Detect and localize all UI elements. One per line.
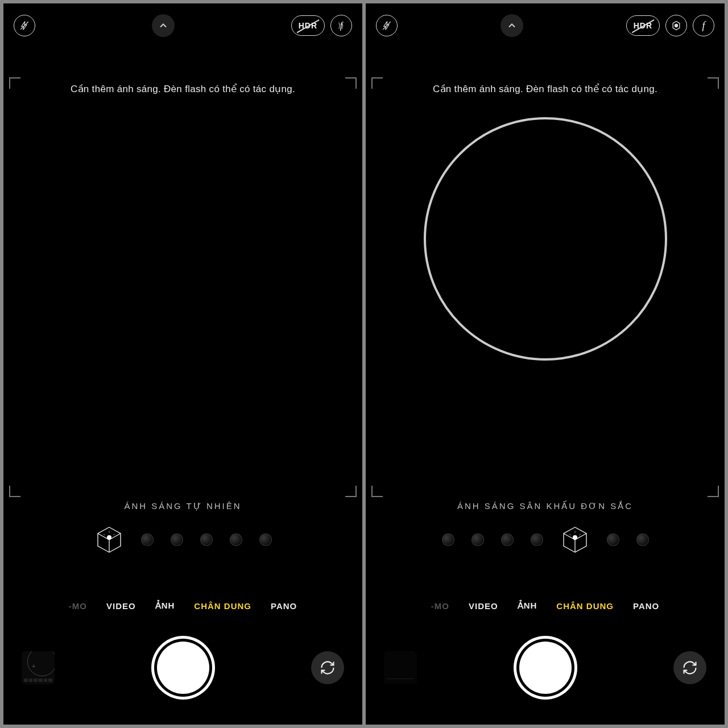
photo-thumbnail[interactable] [384, 651, 417, 684]
frame-corner [345, 486, 357, 497]
phone-left: HDR f Cần thêm ánh sáng. Đèn flash có th… [3, 3, 362, 725]
lighting-dot[interactable] [141, 533, 154, 546]
top-toolbar: HDR f [3, 3, 362, 48]
face-detection-ring [424, 117, 667, 361]
mode-item-active[interactable]: CHÂN DUNG [556, 601, 614, 611]
frame-corner [708, 486, 719, 497]
mode-item-dim[interactable]: -MO [431, 601, 449, 611]
mode-item[interactable]: ẢNH [155, 601, 175, 611]
hdr-off-button[interactable]: HDR [626, 15, 660, 36]
flash-off-icon[interactable] [376, 15, 398, 36]
shutter-button[interactable] [519, 642, 572, 694]
lighting-dot[interactable] [607, 533, 619, 546]
mode-item[interactable]: PANO [271, 601, 297, 611]
mode-item[interactable]: ẢNH [518, 601, 537, 611]
camera-flip-button[interactable] [673, 651, 706, 684]
frame-corner [9, 77, 20, 89]
svg-point-12 [573, 535, 577, 540]
camera-modes[interactable]: -MO VIDEO ẢNH CHÂN DUNG PANO [366, 601, 725, 611]
mode-item-dim[interactable]: -MO [69, 601, 87, 611]
expand-controls-button[interactable] [500, 14, 523, 37]
frame-corner [345, 77, 357, 89]
phone-right: HDR f Cần thêm ánh sáng. Đèn flash có th… [366, 3, 725, 725]
frame-corner [371, 77, 383, 89]
lighting-dot[interactable] [471, 533, 484, 546]
lighting-carousel[interactable] [3, 520, 362, 560]
side-by-side-container: HDR f Cần thêm ánh sáng. Đèn flash có th… [0, 0, 728, 728]
mode-item-active[interactable]: CHÂN DUNG [194, 601, 251, 611]
lighting-mode-label: ÁNH SÁNG SÂN KHẤU ĐƠN SẮC [366, 501, 725, 511]
lighting-dot[interactable] [442, 533, 454, 546]
lighting-carousel[interactable] [366, 520, 725, 560]
camera-modes[interactable]: -MO VIDEO ẢNH CHÂN DUNG PANO [3, 601, 362, 611]
top-toolbar: HDR f [366, 3, 725, 48]
hdr-label: HDR [299, 21, 317, 30]
svg-point-3 [107, 535, 111, 540]
svg-point-9 [675, 24, 678, 27]
mode-item[interactable]: VIDEO [106, 601, 136, 611]
svg-line-6 [113, 534, 115, 535]
svg-line-15 [579, 534, 581, 535]
lighting-dot[interactable] [531, 533, 543, 546]
live-photo-button[interactable]: f [693, 15, 714, 36]
lighting-mode-label: ÁNH SÁNG TỰ NHIÊN [3, 501, 362, 511]
frame-corner [371, 486, 383, 497]
mode-item[interactable]: VIDEO [469, 601, 498, 611]
hdr-off-button[interactable]: HDR [291, 15, 325, 36]
frame-corner [708, 77, 719, 89]
expand-controls-button[interactable] [152, 14, 175, 37]
svg-line-14 [569, 534, 571, 535]
shutter-button[interactable] [157, 642, 209, 694]
lighting-dot[interactable] [636, 533, 649, 546]
photo-thumbnail[interactable]: + [22, 651, 55, 684]
lighting-dot[interactable] [501, 533, 514, 546]
viewfinder-frame [9, 77, 357, 497]
live-photo-button[interactable]: f [330, 15, 352, 36]
flash-off-icon[interactable] [14, 15, 35, 36]
lighting-dot[interactable] [230, 533, 242, 546]
lighting-cube-icon[interactable] [94, 525, 124, 555]
frame-corner [9, 486, 20, 497]
mode-item[interactable]: PANO [633, 601, 659, 611]
bottom-bar [366, 634, 725, 702]
hdr-label: HDR [634, 21, 652, 30]
lighting-dot[interactable] [200, 533, 213, 546]
lighting-cube-icon[interactable] [560, 525, 590, 555]
svg-line-5 [104, 534, 105, 535]
lighting-dot[interactable] [259, 533, 272, 546]
camera-flip-button[interactable] [311, 651, 344, 684]
lighting-dot[interactable] [171, 533, 183, 546]
bottom-bar: + [3, 634, 362, 702]
lighting-intensity-button[interactable] [665, 15, 687, 36]
